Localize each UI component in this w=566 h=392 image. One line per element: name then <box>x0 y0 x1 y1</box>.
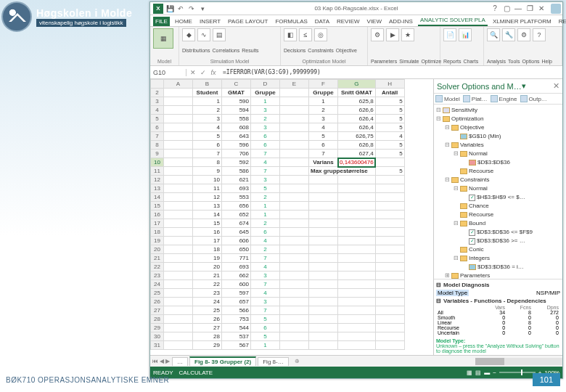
tree-node[interactable]: ⊟Bound <box>435 219 561 228</box>
tp-tab-outp…[interactable]: Outp… <box>520 95 547 102</box>
col-hdr-E[interactable]: E <box>280 80 309 89</box>
reports-icon[interactable]: 📄 <box>443 28 456 41</box>
tools-icon[interactable]: 🔧 <box>502 28 515 41</box>
analysis-icon[interactable]: 🔍 <box>487 28 500 41</box>
row-hdr-12[interactable]: 12 <box>151 176 164 184</box>
col-hdr-H[interactable]: H <box>375 80 404 89</box>
ribbon-tab-analytic-solver-pla[interactable]: ANALYTIC SOLVER PLA <box>418 15 488 26</box>
tree-node[interactable]: ⊞Parameters <box>435 271 561 279</box>
row-hdr-30[interactable]: 30 <box>151 332 164 341</box>
tree-node[interactable]: Conic <box>435 245 561 254</box>
tp-tab-engine[interactable]: Engine <box>491 95 517 102</box>
charts-icon[interactable]: 📊 <box>459 28 472 41</box>
ribbon-tab-file[interactable]: FILE <box>153 17 170 26</box>
qat-save-icon[interactable]: 💾 <box>165 4 174 13</box>
tp-tab-plat…[interactable]: Plat… <box>463 95 488 102</box>
model-button[interactable]: ▦ <box>153 28 173 49</box>
tree-node[interactable]: ⊟Objective <box>435 123 561 132</box>
row-hdr-27[interactable]: 27 <box>151 306 164 315</box>
tree-node[interactable]: ⊟Sensitivity <box>435 106 561 115</box>
sheet-tab-other[interactable]: … <box>172 357 188 366</box>
hscrollbar[interactable] <box>475 358 562 365</box>
ribbon-tab-insert[interactable]: INSERT <box>197 17 223 26</box>
parameters-icon[interactable]: ⚙ <box>371 28 384 41</box>
row-hdr-5[interactable]: 5 <box>151 115 164 123</box>
ribbon-tab-home[interactable]: HOME <box>173 17 194 26</box>
tree-node[interactable]: $D$3:$D$36 = i… <box>435 263 561 271</box>
tree-node[interactable]: ✓$D$3:$D$36 <= $F$9 <box>435 228 561 237</box>
col-hdr-D[interactable]: D <box>251 80 280 89</box>
ribbon-tab-data[interactable]: DATA <box>313 17 332 26</box>
sheet-tab-other2[interactable]: Fig 8-… <box>258 357 288 366</box>
tree-node[interactable]: Chance <box>435 202 561 211</box>
sheet-nav-next-icon[interactable]: ▶ <box>165 358 170 364</box>
add-sheet-icon[interactable]: ⊕ <box>290 358 304 364</box>
tree-node[interactable]: ⊟Optimization <box>435 115 561 123</box>
ribbon-tab-resources[interactable]: Resources <box>557 17 566 26</box>
tree-node[interactable]: ⊟Integers <box>435 254 561 263</box>
excel-icon[interactable]: X <box>153 4 163 14</box>
row-hdr-31[interactable]: 31 <box>151 341 164 350</box>
qat-undo-icon[interactable]: ↶ <box>176 4 185 13</box>
row-hdr-16[interactable]: 16 <box>151 211 164 219</box>
col-hdr-F[interactable]: F <box>309 80 338 89</box>
row-hdr-18[interactable]: 18 <box>151 228 164 237</box>
row-hdr-3[interactable]: 3 <box>151 97 164 106</box>
row-hdr-23[interactable]: 23 <box>151 271 164 280</box>
col-hdr-G[interactable]: G <box>338 80 376 89</box>
col-hdr-C[interactable]: C <box>222 80 251 89</box>
row-hdr-20[interactable]: 20 <box>151 245 164 254</box>
formula-input[interactable]: =IFERROR(VAR(G3:G9),9999999) <box>220 69 562 75</box>
row-hdr-29[interactable]: 29 <box>151 324 164 332</box>
col-hdr-B[interactable]: B <box>193 80 222 89</box>
row-hdr-2[interactable]: 2 <box>151 89 164 97</box>
ribbon-tab-page-layout[interactable]: PAGE LAYOUT <box>226 17 270 26</box>
ribbon-tab-formulas[interactable]: FORMULAS <box>273 17 309 26</box>
col-hdr-A[interactable]: A <box>164 80 193 89</box>
qat-redo-icon[interactable]: ↷ <box>187 4 196 13</box>
row-hdr-25[interactable]: 25 <box>151 289 164 298</box>
simulate-icon[interactable]: ▶ <box>386 28 399 41</box>
tree-node[interactable]: ✓$H$3:$H$9 <= $… <box>435 193 561 202</box>
results-icon[interactable]: ▤ <box>213 28 226 41</box>
ribbon-tab-add-ins[interactable]: ADD-INS <box>387 17 415 26</box>
fx-icon[interactable]: fx <box>209 69 218 76</box>
tree-node[interactable]: Recourse <box>435 211 561 219</box>
row-hdr-10[interactable]: 10 <box>151 158 164 167</box>
accept-fx-icon[interactable]: ✓ <box>199 69 208 76</box>
ribbon-tab-review[interactable]: REVIEW <box>335 17 362 26</box>
tree-node[interactable]: $G$10 (Min) <box>435 132 561 141</box>
tree-node[interactable]: ⊟Normal <box>435 184 561 193</box>
row-hdr-9[interactable]: 9 <box>151 150 164 158</box>
taskpane-dropdown-icon[interactable]: ▾ <box>522 81 526 91</box>
row-hdr-13[interactable]: 13 <box>151 184 164 193</box>
row-hdr-4[interactable]: 4 <box>151 106 164 115</box>
help-icon[interactable]: ? <box>490 4 500 13</box>
tree-node[interactable]: Recourse <box>435 167 561 176</box>
ribbon-tab-xlminer-platform[interactable]: XLMINER PLATFORM <box>491 17 554 26</box>
tree-node[interactable]: $D$3:$D$36 <box>435 158 561 167</box>
constraints-icon[interactable]: ≤ <box>299 28 312 41</box>
cancel-fx-icon[interactable]: ✕ <box>189 69 197 76</box>
options-icon[interactable]: ⚙ <box>517 28 530 41</box>
help-ribbon-icon[interactable]: ? <box>533 28 546 41</box>
ribbon-opts-icon[interactable]: ▢ <box>501 4 512 13</box>
objective-icon[interactable]: ◎ <box>314 28 327 41</box>
decisions-icon[interactable]: ◧ <box>284 28 297 41</box>
minimize-icon[interactable]: — <box>513 4 523 13</box>
solver-model-tree[interactable]: ⊟Sensitivity⊟Optimization⊟Objective$G$10… <box>434 105 562 279</box>
close-icon[interactable]: ✕ <box>536 4 546 13</box>
row-hdr-6[interactable]: 6 <box>151 123 164 132</box>
correlations-icon[interactable]: ∿ <box>197 28 210 41</box>
sheet-tab-active[interactable]: Fig 8- 39 Grupper (2) <box>189 356 256 366</box>
distributions-icon[interactable]: ◆ <box>182 28 195 41</box>
active-cell[interactable]: 0,143600476 <box>338 158 376 167</box>
row-hdr-26[interactable]: 26 <box>151 298 164 306</box>
row-hdr-11[interactable]: 11 <box>151 167 164 176</box>
tree-node[interactable]: ✓$D$3:$D$36 >= … <box>435 237 561 245</box>
tp-tab-model[interactable]: Model <box>435 95 460 102</box>
ribbon-tab-view[interactable]: VIEW <box>365 17 384 26</box>
row-hdr-14[interactable]: 14 <box>151 193 164 202</box>
tree-node[interactable]: ⊟Normal <box>435 150 561 158</box>
user-avatar[interactable] <box>551 4 561 14</box>
